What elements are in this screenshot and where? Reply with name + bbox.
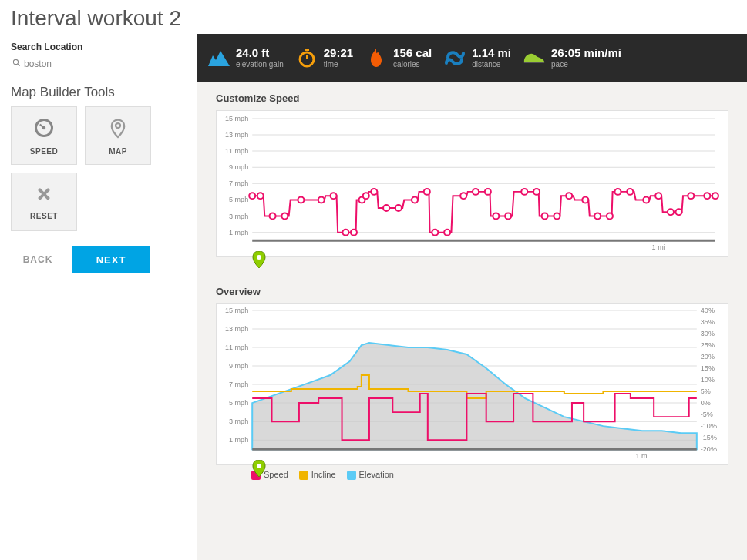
svg-point-55 [533, 189, 540, 195]
svg-text:40%: 40% [701, 307, 715, 314]
svg-text:-5%: -5% [701, 411, 713, 418]
search-label: Search Location [11, 42, 187, 52]
svg-point-61 [607, 213, 613, 220]
search-input[interactable]: boston [11, 55, 187, 80]
svg-point-59 [582, 196, 588, 203]
stat-calories: 156 calcalories [365, 47, 432, 69]
svg-point-64 [643, 196, 649, 203]
svg-text:0%: 0% [701, 399, 711, 407]
svg-point-65 [655, 193, 661, 199]
stats-bar: 24.0 ftelevation gain 29:21time 156 calc… [197, 34, 747, 82]
svg-point-69 [704, 193, 710, 199]
map-tool-button[interactable]: MAP [85, 106, 151, 165]
svg-point-0 [13, 59, 18, 64]
stat-dist-label: distance [472, 60, 511, 69]
stat-cal-label: calories [393, 60, 432, 69]
svg-point-37 [331, 193, 337, 199]
stat-elevation-value: 24.0 ft [236, 47, 284, 60]
search-value: boston [24, 59, 52, 69]
elevation-icon [208, 47, 230, 69]
svg-text:11 mph: 11 mph [225, 344, 248, 351]
svg-point-50 [473, 189, 479, 195]
stat-pace-value: 26:05 min/mi [551, 47, 621, 60]
svg-text:1 mph: 1 mph [229, 436, 248, 444]
stat-elevation-label: elevation gain [236, 60, 284, 69]
svg-marker-8 [208, 51, 230, 66]
speed-chart-title: Customize Speed [216, 92, 728, 104]
stat-time-value: 29:21 [324, 47, 353, 60]
speed-tool-button[interactable]: SPEED [11, 106, 77, 165]
back-button[interactable]: BACK [11, 246, 65, 273]
svg-point-38 [342, 230, 348, 236]
stat-distance: 1.14 midistance [444, 47, 511, 69]
svg-point-62 [614, 189, 621, 195]
svg-text:9 mph: 9 mph [229, 163, 248, 171]
svg-point-36 [318, 196, 325, 203]
legend-elevation-swatch [347, 471, 356, 480]
reset-tool-button[interactable]: RESET [11, 173, 77, 231]
svg-point-5 [116, 123, 120, 128]
svg-point-35 [298, 196, 304, 203]
svg-text:1 mph: 1 mph [229, 229, 248, 236]
svg-point-48 [444, 230, 450, 236]
stopwatch-icon [296, 47, 318, 69]
main-panel: 24.0 ftelevation gain 29:21time 156 calc… [197, 34, 747, 560]
next-button[interactable]: NEXT [72, 246, 150, 273]
svg-point-34 [281, 213, 288, 220]
svg-point-46 [424, 189, 430, 195]
legend-incline-label: Incline [311, 470, 336, 479]
stat-time-label: time [324, 60, 353, 69]
svg-text:9 mph: 9 mph [229, 362, 248, 370]
gauge-icon [32, 116, 56, 143]
svg-point-52 [493, 213, 499, 220]
svg-point-54 [521, 189, 527, 195]
page-title: Interval workout 2 [0, 0, 747, 34]
stat-pace-label: pace [551, 60, 621, 69]
svg-text:5%: 5% [701, 387, 711, 395]
builder-tools-title: Map Builder Tools [11, 85, 187, 100]
search-icon [12, 59, 21, 69]
svg-point-41 [363, 193, 369, 199]
close-icon [34, 184, 54, 207]
svg-point-71 [257, 255, 261, 260]
svg-text:1 mi: 1 mi [652, 243, 665, 251]
svg-point-57 [554, 213, 560, 220]
svg-point-56 [542, 213, 548, 220]
svg-point-45 [412, 196, 418, 203]
svg-text:30%: 30% [701, 330, 715, 337]
svg-text:35%: 35% [701, 318, 715, 326]
svg-point-103 [257, 464, 261, 468]
svg-text:20%: 20% [701, 353, 715, 360]
svg-point-33 [270, 213, 276, 220]
legend-incline-swatch [299, 471, 308, 480]
stat-pace: 26:05 min/mipace [523, 47, 621, 69]
overview-position-marker[interactable] [252, 460, 266, 481]
position-marker[interactable] [252, 251, 266, 273]
svg-text:3 mph: 3 mph [229, 213, 248, 220]
svg-point-58 [566, 193, 572, 199]
svg-text:7 mph: 7 mph [229, 381, 248, 388]
overview-chart[interactable]: 1 mph3 mph5 mph7 mph9 mph11 mph13 mph15 … [216, 303, 728, 465]
map-tool-label: MAP [109, 147, 127, 156]
svg-point-60 [594, 213, 601, 220]
legend-elevation-label: Elevation [359, 470, 394, 479]
svg-line-4 [40, 124, 44, 128]
legend-speed-label: Speed [264, 470, 288, 479]
svg-text:1 mi: 1 mi [635, 452, 648, 460]
svg-text:15%: 15% [701, 364, 715, 372]
svg-text:-10%: -10% [701, 422, 717, 430]
overview-legend: Speed Incline Elevation [216, 465, 728, 480]
svg-text:5 mph: 5 mph [229, 196, 248, 203]
speed-chart[interactable]: 1 mph3 mph5 mph7 mph9 mph11 mph13 mph15 … [216, 110, 728, 257]
svg-text:3 mph: 3 mph [229, 417, 248, 425]
svg-text:13 mph: 13 mph [225, 131, 248, 139]
svg-text:25%: 25% [701, 341, 715, 349]
shoe-icon [523, 47, 545, 69]
stat-elevation: 24.0 ftelevation gain [208, 47, 284, 69]
svg-text:7 mph: 7 mph [229, 179, 248, 187]
svg-point-68 [688, 193, 694, 199]
svg-text:15 mph: 15 mph [225, 307, 248, 314]
svg-text:15 mph: 15 mph [225, 115, 248, 122]
svg-point-43 [383, 205, 389, 211]
svg-point-51 [485, 189, 491, 195]
